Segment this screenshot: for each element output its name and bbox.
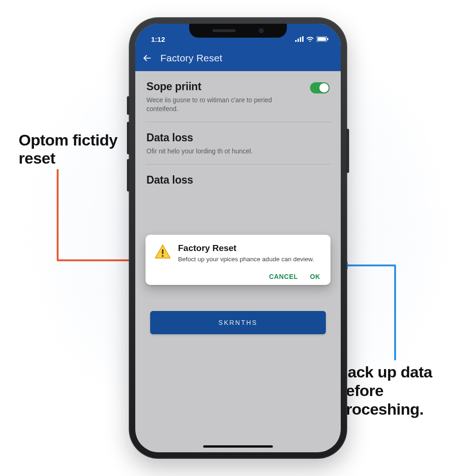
notch	[189, 24, 287, 38]
confirm-dialog: Factory Reset Befoct up your vpices phan…	[145, 235, 331, 285]
home-indicator[interactable]	[203, 445, 273, 448]
svg-rect-7	[162, 249, 163, 254]
volume-up-button	[127, 122, 130, 154]
warning-icon	[154, 243, 172, 261]
back-icon[interactable]	[142, 53, 152, 63]
primary-action-label: SKRNTHS	[218, 319, 258, 326]
settings-item-title: Sope priint	[146, 80, 304, 93]
screen: 1:12 Factory Reset	[135, 24, 341, 452]
cancel-button[interactable]: CANCEL	[269, 273, 298, 280]
phone-frame: 1:12 Factory Reset	[129, 17, 347, 459]
svg-rect-6	[327, 38, 328, 40]
battery-icon	[317, 35, 329, 43]
power-button	[346, 129, 349, 173]
dialog-title: Factory Reset	[178, 243, 314, 253]
settings-item-title: Data loss	[146, 132, 330, 144]
settings-item-subtitle: Ofir nit helo your lording th ot huncel.	[146, 147, 330, 156]
settings-item[interactable]: Data loss Ofir nit helo your lording th …	[145, 122, 331, 165]
settings-item[interactable]: Sope priint Wece iis gusne to ro witiman…	[145, 71, 331, 122]
mute-switch	[127, 96, 130, 115]
front-camera	[259, 28, 264, 33]
settings-item[interactable]: Data loss	[145, 165, 331, 198]
annotation-left: Optom fictidy reset	[19, 131, 135, 167]
settings-item-subtitle: Wece iis gusne to ro witiman c'are to pe…	[146, 96, 304, 113]
primary-action-button[interactable]: SKRNTHS	[150, 311, 326, 334]
svg-rect-5	[317, 37, 326, 41]
volume-down-button	[127, 159, 130, 192]
page-title: Factory Reset	[160, 53, 222, 64]
speaker-grille	[212, 29, 236, 32]
svg-rect-0	[295, 40, 297, 42]
annotation-right: Back up data before proceshing.	[337, 363, 457, 418]
dialog-message: Befoct up your vpices phance adude can d…	[178, 255, 314, 264]
cellular-icon	[295, 35, 304, 43]
svg-rect-3	[302, 36, 304, 42]
svg-point-8	[162, 255, 164, 257]
svg-rect-2	[300, 37, 301, 42]
ok-button[interactable]: OK	[310, 273, 320, 280]
app-bar: Factory Reset	[135, 45, 341, 71]
settings-item-title: Data loss	[146, 174, 330, 186]
settings-list: Sope priint Wece iis gusne to ro witiman…	[135, 71, 341, 198]
svg-rect-1	[298, 39, 299, 42]
status-time: 1:12	[151, 35, 165, 43]
toggle-switch[interactable]	[310, 82, 330, 93]
wifi-icon	[306, 35, 314, 43]
